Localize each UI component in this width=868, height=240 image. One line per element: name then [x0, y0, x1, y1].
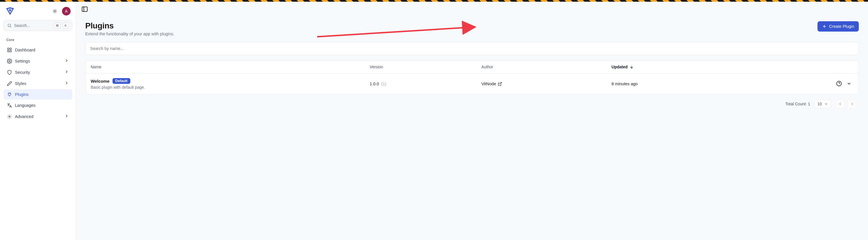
- logo[interactable]: [5, 6, 15, 16]
- svg-point-16: [9, 116, 10, 117]
- search-placeholder: Search...: [14, 23, 52, 28]
- theme-toggle-button[interactable]: [51, 7, 59, 16]
- nav-section-label: Core: [3, 36, 72, 43]
- plugin-author-link[interactable]: VitNode: [482, 82, 502, 86]
- plugin-name: Welcome: [91, 79, 110, 84]
- total-count: Total Count: 1: [785, 101, 810, 106]
- col-name[interactable]: Name: [91, 65, 370, 69]
- sidebar-item-label: Dashboard: [15, 48, 69, 52]
- sidebar-item-advanced[interactable]: Advanced: [3, 111, 72, 122]
- chevron-right-icon: [64, 58, 69, 64]
- default-badge: Default: [113, 78, 130, 84]
- plugin-desc: Basic plugin with default page.: [91, 85, 370, 90]
- sidebar-item-label: Styles: [15, 81, 61, 86]
- svg-rect-13: [7, 51, 9, 52]
- plugin-updated: 8 minutes ago: [612, 82, 761, 86]
- external-link-icon: [498, 82, 502, 86]
- arrow-down-icon: [629, 65, 634, 69]
- plugins-table: Name Version Author Updated Welcome Defa…: [85, 60, 859, 94]
- search-input[interactable]: [86, 43, 859, 54]
- svg-line-8: [56, 10, 56, 10]
- sidebar-item-dashboard[interactable]: Dashboard: [3, 45, 72, 55]
- sidebar-item-label: Languages: [15, 103, 69, 108]
- col-author[interactable]: Author: [482, 65, 612, 69]
- svg-line-10: [10, 26, 11, 27]
- chevron-right-icon: [64, 114, 69, 119]
- shield-icon: [7, 70, 12, 75]
- page-title: Plugins: [85, 21, 174, 30]
- grid-icon: [7, 48, 12, 53]
- chevron-right-icon: [64, 69, 69, 75]
- plugin-version: 1.0.0 (1): [370, 82, 482, 86]
- next-page-button[interactable]: [847, 99, 857, 109]
- sidebar-item-security[interactable]: Security: [3, 67, 72, 78]
- avatar-letter: A: [65, 9, 67, 13]
- svg-line-23: [499, 82, 501, 84]
- languages-icon: [7, 103, 12, 108]
- chevron-down-icon: [824, 102, 828, 106]
- gear-icon: [7, 59, 12, 64]
- page-subtitle: Extend the functionality of your app wit…: [85, 32, 174, 36]
- table-row: Welcome Default Basic plugin with defaul…: [86, 73, 859, 94]
- sidebar-item-plugins[interactable]: Plugins: [3, 89, 72, 100]
- chevron-down-icon: [846, 81, 851, 86]
- kbd-cmd: ⌘: [54, 23, 61, 28]
- gear-icon: [7, 114, 12, 119]
- col-version[interactable]: Version: [370, 65, 482, 69]
- svg-point-15: [9, 60, 10, 62]
- kbd-k: K: [63, 23, 69, 28]
- sidebar: A Search... ⌘ K Core Dashboard Settings: [0, 2, 76, 240]
- svg-point-0: [54, 10, 56, 12]
- page-size-select[interactable]: 10: [814, 100, 831, 108]
- sidebar-item-languages[interactable]: Languages: [3, 100, 72, 111]
- svg-rect-12: [10, 48, 11, 49]
- svg-rect-14: [10, 51, 11, 52]
- help-circle-icon: [836, 81, 842, 86]
- sidebar-item-label: Settings: [15, 59, 61, 63]
- search-launcher[interactable]: Search... ⌘ K: [3, 20, 72, 31]
- table-footer: Total Count: 1 10: [85, 94, 859, 113]
- svg-line-3: [53, 10, 54, 10]
- create-plugin-button[interactable]: Create Plugin: [817, 21, 859, 32]
- panel-toggle-icon[interactable]: [81, 6, 88, 12]
- plus-icon: [822, 24, 827, 29]
- sidebar-item-settings[interactable]: Settings: [3, 56, 72, 66]
- main: Plugins Extend the functionality of your…: [76, 2, 868, 240]
- expand-row-button[interactable]: [846, 81, 851, 87]
- svg-point-9: [8, 24, 11, 27]
- search-input-container: [85, 42, 859, 55]
- plug-icon: [7, 92, 12, 97]
- sidebar-item-label: Security: [15, 70, 61, 74]
- chevron-right-icon: [64, 81, 69, 86]
- sidebar-item-label: Advanced: [15, 114, 61, 119]
- search-icon: [7, 23, 12, 28]
- sidebar-item-label: Plugins: [15, 92, 69, 97]
- create-plugin-label: Create Plugin: [829, 24, 854, 29]
- chevron-left-icon: [838, 101, 842, 106]
- sun-icon: [52, 9, 57, 14]
- prev-page-button[interactable]: [835, 99, 845, 109]
- svg-rect-17: [82, 7, 87, 11]
- logo-icon: [5, 6, 15, 16]
- chevron-right-icon: [850, 101, 855, 106]
- avatar[interactable]: A: [62, 7, 71, 16]
- col-updated[interactable]: Updated: [612, 65, 761, 69]
- help-button[interactable]: [836, 81, 842, 87]
- pencil-icon: [7, 81, 12, 86]
- svg-rect-11: [7, 48, 9, 49]
- sidebar-item-styles[interactable]: Styles: [3, 78, 72, 89]
